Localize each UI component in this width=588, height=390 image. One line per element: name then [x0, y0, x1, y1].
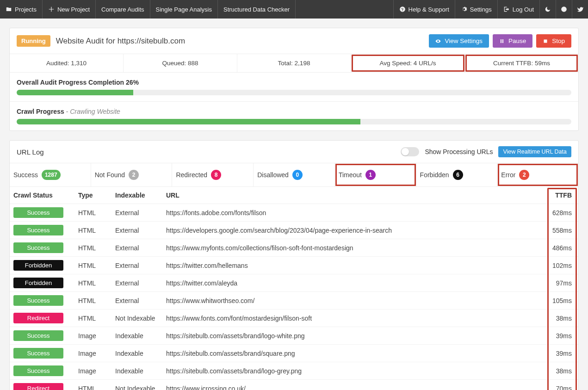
col-crawl-status[interactable]: Crawl Status: [10, 187, 74, 204]
show-processing-toggle[interactable]: [401, 147, 419, 156]
cell-ttfb: 97ms: [546, 274, 578, 292]
cell-indexable: External: [111, 274, 162, 292]
cell-url: https://twitter.com/hellemans: [162, 257, 546, 274]
cell-indexable: Indexable: [111, 327, 162, 345]
overall-progress-block: Overall Audit Progress Completion 26%: [10, 73, 578, 102]
top-navigation: ProjectsNew ProjectCompare AuditsSingle …: [0, 0, 588, 19]
col-type[interactable]: Type: [74, 187, 111, 204]
cell-type: HTML: [74, 274, 111, 292]
cell-ttfb: 102ms: [546, 257, 578, 274]
cell-type: Image: [74, 327, 111, 345]
audit-title: Website Audit for https://sitebulb.com: [56, 37, 185, 46]
cell-type: HTML: [74, 292, 111, 310]
cell-indexable: External: [111, 239, 162, 257]
view-settings-label: View Settings: [445, 37, 483, 44]
tab-timeout[interactable]: Timeout1: [335, 163, 416, 186]
nav-single-page-analysis[interactable]: Single Page Analysis: [150, 0, 218, 19]
cell-ttfb: 39ms: [546, 345, 578, 362]
cell-indexable: External: [111, 222, 162, 239]
table-row[interactable]: ForbiddenHTMLExternalhttps://twitter.com…: [10, 274, 578, 292]
nav-structured-data-checker[interactable]: Structured Data Checker: [218, 0, 296, 19]
crawl-status-badge: Success: [13, 365, 63, 376]
url-log-tabs: Success1287Not Found2Redirected8Disallow…: [10, 163, 578, 187]
cell-ttfb: 105ms: [546, 292, 578, 310]
table-row[interactable]: SuccessHTMLExternalhttps://www.whitworth…: [10, 292, 578, 310]
url-log-panel: URL Log Show Processing URLs View Realti…: [9, 140, 579, 390]
pause-button[interactable]: Pause: [493, 34, 532, 48]
url-log-table: Crawl StatusTypeIndexableURLTTFB Success…: [10, 187, 578, 390]
nav-help-support[interactable]: Help & Support: [393, 0, 455, 19]
nav-compare-audits[interactable]: Compare Audits: [96, 0, 150, 19]
show-processing-label: Show Processing URLs: [425, 148, 493, 155]
col-ttfb[interactable]: TTFB: [546, 187, 578, 204]
overall-progress-label: Overall Audit Progress Completion 26%: [17, 79, 139, 86]
cell-indexable: External: [111, 257, 162, 274]
cell-type: HTML: [74, 222, 111, 239]
col-indexable[interactable]: Indexable: [111, 187, 162, 204]
table-row[interactable]: RedirectHTMLNot Indexablehttps://www.fon…: [10, 310, 578, 327]
crawl-status-badge: Success: [13, 242, 63, 253]
crawl-status-badge: Success: [13, 295, 63, 306]
cell-url: https://sitebulb.com/assets/brand/square…: [162, 345, 546, 362]
table-row[interactable]: RedirectHTMLNot Indexablehttps://www.icr…: [10, 380, 578, 390]
cell-url: https://developers.google.com/search/blo…: [162, 222, 546, 239]
view-settings-button[interactable]: View Settings: [429, 34, 489, 48]
table-row[interactable]: SuccessHTMLExternalhttps://www.myfonts.c…: [10, 239, 578, 257]
cell-ttfb: 486ms: [546, 239, 578, 257]
table-row[interactable]: SuccessHTMLExternalhttps://fonts.adobe.c…: [10, 204, 578, 222]
table-row[interactable]: SuccessImageIndexablehttps://sitebulb.co…: [10, 362, 578, 380]
nav-log-out[interactable]: Log Out: [497, 0, 539, 19]
tab-forbidden[interactable]: Forbidden6: [416, 163, 498, 186]
twitter-icon[interactable]: [572, 0, 588, 19]
moon-icon[interactable]: [539, 0, 556, 19]
cell-ttfb: 39ms: [546, 327, 578, 345]
stat-total: Total: 2,198: [237, 54, 351, 72]
table-row[interactable]: ForbiddenHTMLExternalhttps://twitter.com…: [10, 257, 578, 274]
cell-type: Image: [74, 362, 111, 380]
table-row[interactable]: SuccessImageIndexablehttps://sitebulb.co…: [10, 327, 578, 345]
view-realtime-button[interactable]: View Realtime URL Data: [498, 146, 571, 157]
crawl-status-badge: Success: [13, 225, 63, 235]
smile-icon[interactable]: [556, 0, 572, 19]
tab-disallowed[interactable]: Disallowed0: [254, 163, 335, 186]
crawl-status-badge: Redirect: [13, 313, 63, 323]
crawl-status-badge: Success: [13, 348, 63, 359]
col-url[interactable]: URL: [162, 187, 546, 204]
cell-type: HTML: [74, 257, 111, 274]
stat-queued: Queued: 888: [124, 54, 237, 72]
stop-button[interactable]: Stop: [536, 34, 571, 48]
cell-type: HTML: [74, 380, 111, 390]
cell-ttfb: 38ms: [546, 310, 578, 327]
stop-icon: [543, 38, 548, 44]
nav-projects[interactable]: Projects: [0, 0, 43, 19]
crawl-progress-block: Crawl Progress - Crawling Website: [10, 102, 578, 130]
cell-ttfb: 38ms: [546, 362, 578, 380]
tab-redirected[interactable]: Redirected8: [172, 163, 254, 186]
tab-not-found[interactable]: Not Found2: [91, 163, 173, 186]
tab-error[interactable]: Error2: [497, 163, 578, 186]
cell-ttfb: 628ms: [546, 204, 578, 222]
table-row[interactable]: SuccessHTMLExternalhttps://developers.go…: [10, 222, 578, 239]
stop-label: Stop: [552, 37, 565, 44]
crawl-status-badge: Redirect: [13, 383, 63, 390]
nav-new-project[interactable]: New Project: [43, 0, 96, 19]
cell-url: https://sitebulb.com/assets/brand/logo-w…: [162, 327, 546, 345]
table-row[interactable]: SuccessImageIndexablehttps://sitebulb.co…: [10, 345, 578, 362]
stat-current-ttfb: Current TTFB: 59ms: [465, 54, 578, 72]
cell-url: https://sitebulb.com/assets/brand/logo-g…: [162, 362, 546, 380]
cell-url: https://twitter.com/aleyda: [162, 274, 546, 292]
crawl-status-badge: Forbidden: [13, 278, 63, 288]
nav-settings[interactable]: Settings: [455, 0, 497, 19]
overall-progress-bar: [17, 90, 571, 95]
crawl-status-badge: Success: [13, 330, 63, 341]
stat-avg-speed: Avg Speed: 4 URL/s: [351, 54, 465, 72]
tab-success[interactable]: Success1287: [10, 163, 91, 186]
cell-indexable: External: [111, 292, 162, 310]
cell-url: https://www.fonts.com/font/mostardesign/…: [162, 310, 546, 327]
cell-url: https://www.icrossing.co.uk/: [162, 380, 546, 390]
cell-ttfb: 558ms: [546, 222, 578, 239]
cell-type: HTML: [74, 204, 111, 222]
cell-indexable: External: [111, 204, 162, 222]
url-log-title: URL Log: [17, 148, 44, 156]
cell-url: https://www.whitworthseo.com/: [162, 292, 546, 310]
